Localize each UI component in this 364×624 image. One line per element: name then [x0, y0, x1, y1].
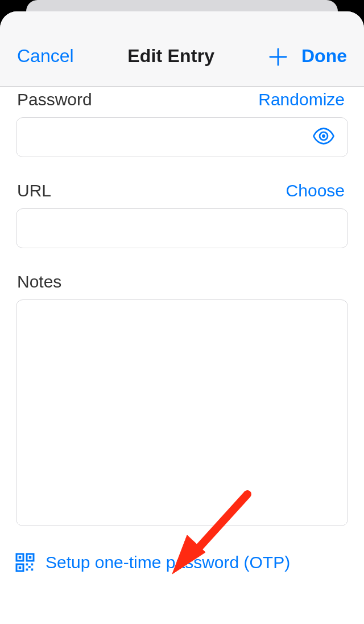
cancel-button[interactable]: Cancel — [17, 46, 74, 67]
svg-rect-14 — [31, 569, 34, 571]
sheet-behind-hint — [26, 0, 338, 11]
svg-rect-5 — [19, 556, 22, 559]
svg-rect-9 — [19, 566, 22, 569]
add-button[interactable] — [268, 47, 288, 67]
eye-icon — [312, 125, 335, 147]
svg-rect-12 — [28, 566, 31, 568]
qr-code-icon — [15, 552, 35, 573]
form-content: Password Randomize URL Choose — [0, 87, 364, 573]
setup-otp-button[interactable]: Setup one-time password (OTP) — [15, 526, 348, 573]
nav-title: Edit Entry — [88, 46, 255, 67]
svg-point-3 — [322, 134, 325, 138]
svg-rect-13 — [26, 569, 28, 571]
url-label: URL — [17, 181, 51, 200]
url-input[interactable] — [16, 209, 348, 248]
done-button[interactable]: Done — [301, 46, 347, 67]
randomize-button[interactable]: Randomize — [258, 90, 345, 109]
svg-rect-10 — [26, 564, 28, 566]
choose-url-button[interactable]: Choose — [286, 181, 345, 200]
nav-bar: Cancel Edit Entry Done — [0, 11, 364, 87]
plus-icon — [268, 47, 288, 67]
setup-otp-label: Setup one-time password (OTP) — [46, 553, 290, 572]
notes-input[interactable] — [16, 300, 348, 526]
notes-label: Notes — [17, 272, 61, 292]
svg-rect-7 — [29, 556, 32, 559]
url-field-shell — [16, 208, 348, 248]
notes-field-shell — [16, 299, 348, 526]
toggle-password-visibility-button[interactable] — [312, 125, 335, 150]
edit-entry-sheet: Cancel Edit Entry Done Password Randomiz… — [0, 11, 364, 624]
password-input[interactable] — [16, 118, 348, 157]
svg-rect-11 — [31, 564, 34, 566]
password-field-shell — [16, 117, 348, 157]
password-label: Password — [17, 90, 92, 109]
